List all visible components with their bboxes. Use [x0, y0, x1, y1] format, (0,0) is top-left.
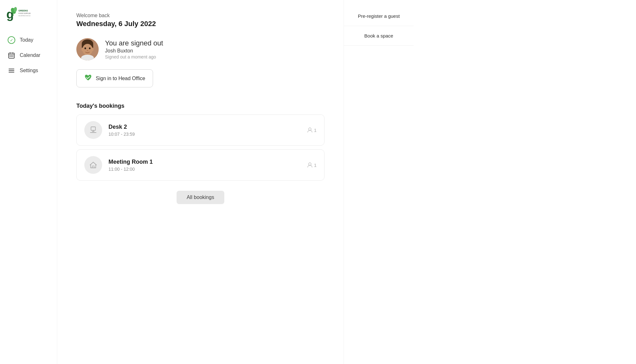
- svg-point-34: [309, 163, 311, 165]
- sidebar-item-calendar[interactable]: Calendar: [5, 48, 52, 62]
- booking-card-desk2[interactable]: Desk 2 10:07 - 23:59 1: [76, 114, 325, 146]
- sidebar-item-label: Calendar: [20, 52, 40, 58]
- bookings-title: Today's bookings: [76, 103, 325, 109]
- status-label: You are signed out: [105, 39, 163, 47]
- sidebar-item-label: Settings: [20, 68, 38, 73]
- right-panel: Pre-register a guest Book a space: [344, 0, 414, 364]
- svg-text:FOOD SUPPLIERS: FOOD SUPPLIERS: [18, 12, 31, 14]
- booking-time: 10:07 - 23:59: [108, 132, 301, 137]
- signed-time: Signed out a moment ago: [105, 54, 163, 59]
- booking-info-desk2: Desk 2 10:07 - 23:59: [108, 124, 301, 137]
- today-icon: ✓: [8, 36, 15, 44]
- sign-in-label: Sign in to Head Office: [96, 76, 145, 81]
- main-content: Welcome back Wednesday, 6 July 2022: [57, 0, 344, 364]
- attendees-count-meeting1: 1: [307, 162, 317, 168]
- all-bookings-button[interactable]: All bookings: [177, 191, 224, 204]
- svg-rect-28: [91, 127, 95, 130]
- sidebar-item-label: Today: [20, 37, 33, 43]
- svg-rect-12: [11, 56, 12, 57]
- sidebar-item-settings[interactable]: Settings: [5, 64, 52, 78]
- sign-in-button[interactable]: Sign in to Head Office: [76, 69, 153, 87]
- booking-name: Meeting Room 1: [108, 159, 301, 165]
- logo: g GREENS FOOD SUPPLIERS DELIVERING EXCEL…: [5, 6, 52, 22]
- svg-point-24: [81, 48, 83, 51]
- attendees-number: 1: [314, 162, 317, 168]
- svg-rect-11: [10, 56, 10, 57]
- attendees-number: 1: [314, 127, 317, 133]
- booking-info-meeting1: Meeting Room 1 11:00 - 12:00: [108, 159, 301, 172]
- svg-point-21: [85, 47, 86, 49]
- svg-point-23: [87, 50, 88, 51]
- sidebar: g GREENS FOOD SUPPLIERS DELIVERING EXCEL…: [0, 0, 57, 364]
- room-icon: [84, 156, 102, 174]
- desk-icon: [84, 121, 102, 139]
- svg-point-25: [92, 48, 94, 51]
- settings-icon: [8, 67, 15, 74]
- date-display: Wednesday, 6 July 2022: [76, 20, 325, 28]
- svg-rect-33: [92, 166, 94, 168]
- attendees-count-desk2: 1: [307, 127, 317, 133]
- svg-text:GREENS: GREENS: [18, 10, 28, 12]
- welcome-text: Welcome back: [76, 13, 325, 18]
- book-space-button[interactable]: Book a space: [344, 26, 414, 46]
- booking-time: 11:00 - 12:00: [108, 167, 301, 172]
- user-info: You are signed out Josh Buxton Signed ou…: [105, 39, 163, 59]
- sidebar-item-today[interactable]: ✓ Today: [5, 33, 52, 47]
- svg-point-22: [89, 47, 91, 49]
- svg-point-32: [309, 128, 311, 130]
- pre-register-guest-button[interactable]: Pre-register a guest: [344, 6, 414, 26]
- svg-text:DELIVERING EXCELLENCE: DELIVERING EXCELLENCE: [18, 15, 31, 17]
- user-card: You are signed out Josh Buxton Signed ou…: [76, 38, 325, 60]
- avatar: [76, 38, 99, 60]
- user-name: Josh Buxton: [105, 48, 163, 54]
- svg-rect-13: [12, 56, 13, 57]
- calendar-icon: [8, 52, 15, 59]
- checkmark-icon: [84, 74, 92, 83]
- bookings-section: Today's bookings Desk 2 10:07 - 23:59: [76, 103, 325, 204]
- booking-name: Desk 2: [108, 124, 301, 130]
- svg-point-20: [82, 44, 93, 55]
- booking-card-meeting1[interactable]: Meeting Room 1 11:00 - 12:00 1: [76, 149, 325, 181]
